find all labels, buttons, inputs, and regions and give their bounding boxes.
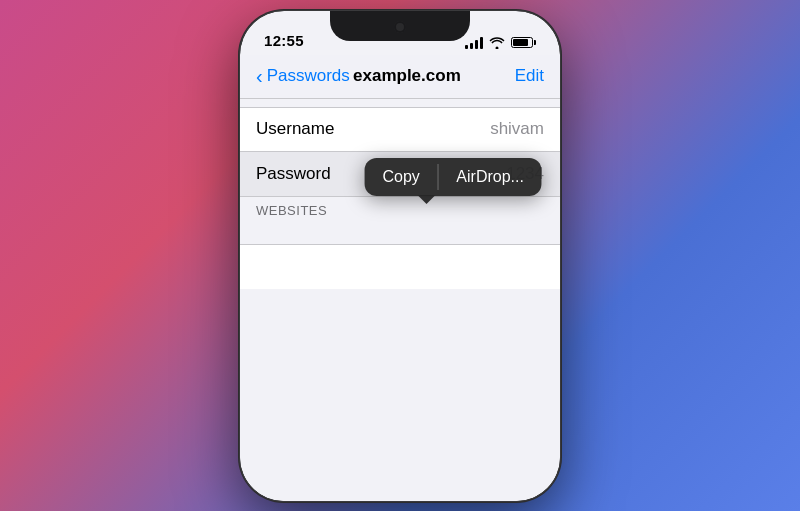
copy-menu-item[interactable]: Copy bbox=[365, 158, 438, 196]
back-button[interactable]: ‹ Passwords bbox=[256, 66, 350, 86]
signal-bar-1 bbox=[465, 45, 468, 49]
status-icons bbox=[465, 37, 536, 49]
airdrop-menu-item[interactable]: AirDrop... bbox=[438, 158, 542, 196]
battery-icon bbox=[511, 37, 536, 48]
iphone-frame: 12:55 bbox=[240, 11, 560, 501]
battery-tip bbox=[534, 40, 536, 45]
wifi-icon bbox=[489, 37, 505, 49]
signal-bar-2 bbox=[470, 43, 473, 49]
nav-bar: ‹ Passwords example.com Edit bbox=[240, 55, 560, 99]
websites-label: WEBSITES bbox=[256, 203, 327, 218]
scene: 12:55 bbox=[0, 0, 800, 511]
page-title: example.com bbox=[350, 66, 464, 86]
signal-bar-4 bbox=[480, 37, 483, 49]
signal-bar-3 bbox=[475, 40, 478, 49]
content-area: Username shivam Copy AirDrop... Password bbox=[240, 99, 560, 501]
username-row[interactable]: Username shivam bbox=[240, 108, 560, 152]
context-menu: Copy AirDrop... bbox=[365, 158, 542, 196]
screen: 12:55 bbox=[240, 11, 560, 501]
status-time: 12:55 bbox=[264, 32, 304, 49]
back-label: Passwords bbox=[267, 66, 350, 86]
websites-section bbox=[240, 244, 560, 289]
websites-row[interactable] bbox=[240, 245, 560, 289]
battery-body bbox=[511, 37, 533, 48]
back-chevron-icon: ‹ bbox=[256, 66, 263, 86]
username-value: shivam bbox=[490, 119, 544, 139]
credentials-table: Username shivam Copy AirDrop... Password bbox=[240, 107, 560, 197]
edit-button[interactable]: Edit bbox=[464, 66, 544, 86]
username-label: Username bbox=[256, 119, 346, 139]
password-label: Password bbox=[256, 164, 346, 184]
username-row-wrapper: Username shivam Copy AirDrop... bbox=[240, 108, 560, 152]
battery-fill bbox=[513, 39, 528, 46]
notch bbox=[330, 11, 470, 41]
signal-icon bbox=[465, 37, 483, 49]
websites-section-header: WEBSITES bbox=[240, 197, 560, 224]
